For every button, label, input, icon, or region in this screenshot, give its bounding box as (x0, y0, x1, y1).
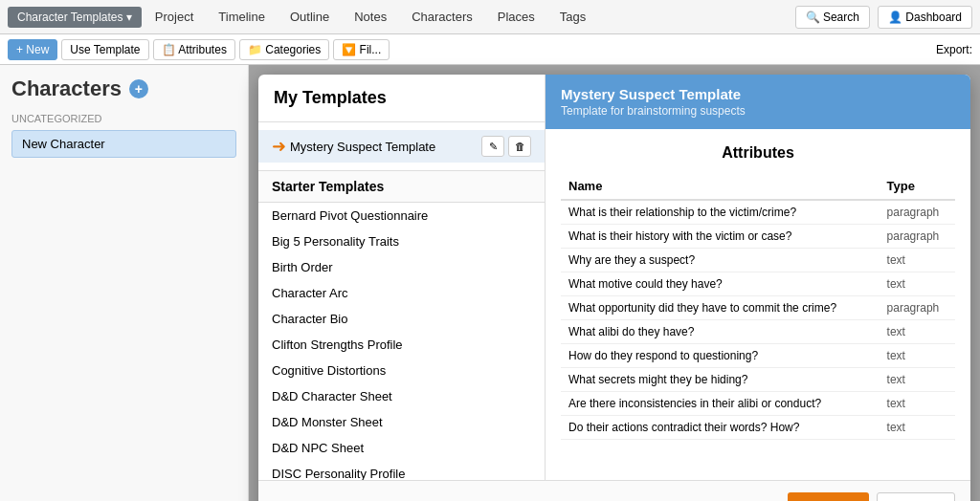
nav-right: 🔍 Search 👤 Dashboard (795, 6, 972, 29)
attribute-type: paragraph (880, 225, 955, 249)
modal-overlay: My Templates ➜ Mystery Suspect Template … (249, 65, 980, 501)
preview-header: Mystery Suspect Template Template for br… (546, 75, 970, 129)
main-layout: Characters + Uncategorized New Character… (0, 65, 980, 501)
attributes-title: Attributes (561, 144, 955, 162)
categories-button[interactable]: 📁 Categories (239, 39, 329, 60)
dashboard-button[interactable]: 👤 Dashboard (878, 6, 972, 29)
attribute-name: What opportunity did they have to commit… (561, 296, 880, 320)
col-type-header: Type (880, 173, 955, 200)
new-button[interactable]: + New (8, 39, 57, 60)
nav-timeline[interactable]: Timeline (207, 4, 277, 30)
attribute-type: paragraph (880, 296, 955, 320)
arrow-icon: ➜ (272, 136, 286, 157)
templates-panel: My Templates ➜ Mystery Suspect Template … (258, 75, 546, 480)
top-nav: Character Templates ▾ Project Timeline O… (0, 0, 980, 34)
template-edit-button[interactable]: ✎ (481, 136, 504, 157)
attribute-name: What alibi do they have? (561, 320, 880, 344)
attribute-row: Why are they a suspect?text (561, 249, 955, 272)
attribute-name: Why are they a suspect? (561, 249, 880, 272)
attribute-row: What alibi do they have?text (561, 320, 955, 344)
new-character-item[interactable]: New Character (11, 130, 236, 158)
sidebar: Characters + Uncategorized New Character (0, 65, 249, 501)
nav-tags[interactable]: Tags (548, 4, 597, 30)
use-template-button[interactable]: Use Template (61, 39, 148, 60)
attributes-table: Name Type What is their relationship to … (561, 173, 955, 440)
starter-item-4[interactable]: Character Bio (258, 306, 545, 332)
add-character-button[interactable]: + (129, 79, 148, 98)
template-delete-button[interactable]: 🗑 (508, 136, 531, 157)
attribute-name: Are there inconsistencies in their alibi… (561, 392, 880, 416)
starter-item-8[interactable]: D&D Monster Sheet (258, 409, 545, 435)
attribute-name: How do they respond to questioning? (561, 344, 880, 368)
attribute-type: text (880, 320, 955, 344)
attribute-type: paragraph (880, 200, 955, 225)
attribute-name: What secrets might they be hiding? (561, 368, 880, 392)
starter-item-7[interactable]: D&D Character Sheet (258, 383, 545, 409)
starter-item-0[interactable]: Bernard Pivot Questionnaire (258, 203, 545, 229)
attributes-table-header-row: Name Type (561, 173, 955, 200)
nav-outline[interactable]: Outline (278, 4, 341, 30)
template-actions: ✎ 🗑 (481, 136, 531, 157)
attribute-type: text (880, 249, 955, 272)
characters-heading: Characters (11, 76, 122, 101)
toolbar: + New Use Template 📋 Attributes 📁 Catego… (0, 34, 980, 65)
attributes-table-body: What is their relationship to the victim… (561, 200, 955, 440)
starter-item-10[interactable]: DISC Personality Profile (258, 461, 545, 480)
attribute-name: What motive could they have? (561, 272, 880, 296)
starter-item-2[interactable]: Birth Order (258, 254, 545, 280)
attributes-button[interactable]: 📋 Attributes (153, 39, 235, 60)
starter-templates-header: Starter Templates (258, 170, 545, 203)
attribute-type: text (880, 344, 955, 368)
cancel-button[interactable]: Cancel (877, 492, 955, 501)
attribute-type: text (880, 416, 955, 440)
sidebar-title: Characters + (11, 76, 236, 101)
preview-panel: Mystery Suspect Template Template for br… (546, 75, 970, 480)
attribute-row: How do they respond to questioning?text (561, 344, 955, 368)
col-name-header: Name (561, 173, 880, 200)
attribute-type: text (880, 368, 955, 392)
nav-project[interactable]: Project (144, 4, 205, 30)
my-templates-section: ➜ Mystery Suspect Template ✎ 🗑 (258, 122, 545, 170)
search-button[interactable]: 🔍 Search (795, 6, 870, 29)
nav-characters[interactable]: Characters (400, 4, 484, 30)
export-label: Export: (936, 43, 972, 56)
choose-button[interactable]: Choose (788, 492, 869, 501)
attribute-name: What is their history with the victim or… (561, 225, 880, 249)
nav-places[interactable]: Places (486, 4, 546, 30)
modal-body: My Templates ➜ Mystery Suspect Template … (258, 75, 970, 480)
attribute-name: Do their actions contradict their words?… (561, 416, 880, 440)
starter-item-3[interactable]: Character Arc (258, 280, 545, 306)
template-item-label: Mystery Suspect Template (290, 140, 481, 154)
filter-button[interactable]: 🔽 Fil... (333, 39, 390, 60)
my-template-item-0[interactable]: ➜ Mystery Suspect Template ✎ 🗑 (258, 130, 545, 163)
attribute-row: What motive could they have?text (561, 272, 955, 296)
attribute-type: text (880, 272, 955, 296)
starter-item-9[interactable]: D&D NPC Sheet (258, 435, 545, 461)
attributes-section: Attributes Name Type What is their relat (546, 129, 970, 455)
attributes-table-head: Name Type (561, 173, 955, 200)
preview-template-subtitle: Template for brainstorming suspects (561, 104, 955, 118)
attribute-name: What is their relationship to the victim… (561, 200, 880, 225)
nav-notes[interactable]: Notes (343, 4, 398, 30)
attribute-row: Are there inconsistencies in their alibi… (561, 392, 955, 416)
attribute-row: What opportunity did they have to commit… (561, 296, 955, 320)
preview-template-name: Mystery Suspect Template (561, 86, 955, 102)
starter-item-6[interactable]: Cognitive Distortions (258, 358, 545, 383)
attribute-row: Do their actions contradict their words?… (561, 416, 955, 440)
character-templates-dropdown[interactable]: Character Templates ▾ (8, 7, 142, 28)
uncategorized-label: Uncategorized (11, 113, 236, 124)
attribute-row: What is their history with the victim or… (561, 225, 955, 249)
modal-footer: Choose Cancel (258, 480, 970, 501)
content-area: ≡ •≡ 🔗 🖼 A Words: 0 Close My Templates (249, 65, 980, 501)
attribute-row: What is their relationship to the victim… (561, 200, 955, 225)
templates-panel-header: My Templates (258, 75, 545, 122)
attribute-type: text (880, 392, 955, 416)
starter-item-1[interactable]: Big 5 Personality Traits (258, 229, 545, 254)
starter-item-5[interactable]: Clifton Strengths Profile (258, 332, 545, 358)
attribute-row: What secrets might they be hiding?text (561, 368, 955, 392)
templates-modal: My Templates ➜ Mystery Suspect Template … (258, 75, 970, 501)
